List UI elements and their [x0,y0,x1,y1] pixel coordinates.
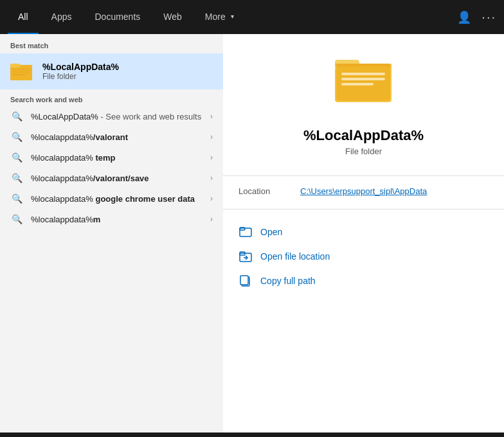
tab-documents[interactable]: Documents [84,0,150,34]
main-container: Best match %LocalAppData% File folder [0,34,504,433]
search-icon-3: 🔍 [10,152,23,163]
open-file-location-label: Open file location [260,251,330,262]
detail-type: File folder [345,147,382,156]
copy-path-action[interactable]: Copy full path [239,269,489,293]
open-icon [239,225,253,239]
chevron-icon-3: › [210,153,213,162]
search-item-5[interactable]: 🔍 %localappdata% google chrome user data… [0,188,223,209]
folder-icon [10,60,33,83]
search-item-4[interactable]: 🔍 %localappdata%/valorant/save › [0,168,223,188]
search-item-text-3: %localappdata% temp [31,153,203,163]
folder-large-icon [335,53,393,117]
right-panel: %LocalAppData% File folder Location C:\U… [223,34,504,433]
tab-more[interactable]: More ▾ [195,0,244,34]
search-item-text-4: %localappdata%/valorant/save [31,174,203,183]
search-item-6[interactable]: 🔍 %localappdata%m › [0,209,223,229]
search-item-text-2: %localappdata%/valorant [31,132,203,142]
divider-1 [223,175,504,176]
search-item-3[interactable]: 🔍 %localappdata% temp › [0,147,223,168]
search-icon-5: 🔍 [10,193,23,204]
svg-rect-11 [341,83,374,85]
taskbar: T W ? [0,433,504,437]
chevron-icon-1: › [210,112,213,121]
action-list: Open Open file location [223,220,504,293]
tab-apps[interactable]: Apps [41,0,82,34]
user-icon[interactable]: 👤 [457,10,471,24]
svg-rect-13 [240,228,251,236]
svg-rect-19 [240,276,248,285]
search-icon-6: 🔍 [10,214,23,224]
chevron-icon-5: › [210,194,213,203]
left-panel: Best match %LocalAppData% File folder [0,34,223,433]
divider-2 [223,209,504,210]
more-options-icon[interactable]: ··· [482,10,496,24]
chevron-icon-6: › [210,215,213,224]
svg-rect-8 [336,64,390,101]
location-row: Location C:\Users\erpsupport_sipl\AppDat… [223,186,504,209]
open-file-location-icon [239,249,253,263]
search-item-text-1: %LocalAppData% - See work and web result… [31,112,203,121]
search-icon-2: 🔍 [10,132,23,142]
tab-all[interactable]: All [8,0,39,34]
nav-right-icons: 👤 ··· [457,10,496,24]
location-label: Location [239,186,290,196]
chevron-icon-2: › [210,132,213,141]
best-match-item[interactable]: %LocalAppData% File folder [0,53,223,89]
svg-rect-4 [13,71,30,73]
search-item-text-5: %localappdata% google chrome user data [31,194,203,204]
tab-web[interactable]: Web [153,0,192,34]
svg-rect-5 [13,74,26,75]
best-match-label: Best match [0,34,223,53]
location-path[interactable]: C:\Users\erpsupport_sipl\AppData [300,186,427,196]
svg-rect-3 [13,69,30,70]
svg-rect-10 [341,78,385,80]
svg-rect-2 [10,64,20,67]
chevron-down-icon: ▾ [231,13,234,20]
search-item-text-6: %localappdata%m [31,215,203,224]
search-section-label: Search work and web [0,89,223,106]
svg-rect-9 [341,73,385,75]
copy-icon [239,274,253,288]
best-match-text: %LocalAppData% File folder [42,62,119,81]
chevron-icon-4: › [210,174,213,183]
open-action[interactable]: Open [239,220,489,244]
detail-title: %LocalAppData% [303,127,424,144]
svg-rect-12 [335,64,392,66]
open-label: Open [260,227,282,237]
search-item-2[interactable]: 🔍 %localappdata%/valorant › [0,127,223,147]
open-file-location-action[interactable]: Open file location [239,244,489,269]
top-nav: All Apps Documents Web More ▾ 👤 ··· [0,0,504,34]
search-item-1[interactable]: 🔍 %LocalAppData% - See work and web resu… [0,106,223,127]
search-icon-1: 🔍 [10,111,23,121]
search-icon-4: 🔍 [10,173,23,183]
copy-full-path-label: Copy full path [260,276,316,286]
